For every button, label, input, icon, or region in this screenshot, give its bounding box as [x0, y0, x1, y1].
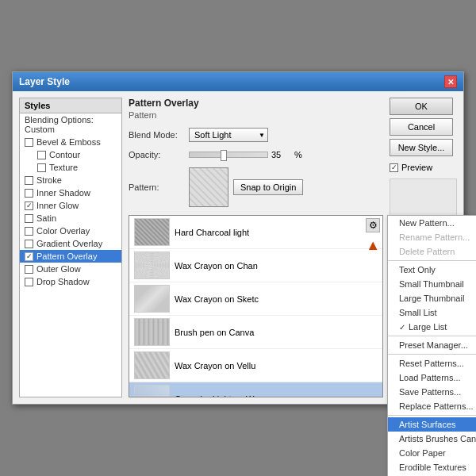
styles-list: Blending Options: Custom Bevel & Emboss … [20, 113, 121, 397]
menu-item-color-paper[interactable]: Color Paper [388, 446, 476, 460]
new-style-button[interactable]: New Style... [390, 139, 453, 156]
menu-item-large-thumbnail[interactable]: Large Thumbnail [388, 291, 476, 305]
preview-label: Preview [401, 163, 432, 172]
style-contour[interactable]: Contour [20, 148, 121, 161]
satin-checkbox[interactable] [25, 214, 33, 223]
inner-glow-checkbox[interactable]: ✓ [25, 202, 33, 210]
stroke-label: Stroke [36, 175, 62, 185]
menu-item-rename-pattern: Rename Pattern... [388, 230, 476, 244]
menu-item-erodible[interactable]: Erodible Textures [388, 460, 476, 474]
scroll-up-arrow[interactable]: ▲ [366, 237, 380, 254]
contour-checkbox[interactable] [37, 151, 46, 159]
satin-label: Satin [36, 213, 56, 223]
gear-icon[interactable]: ⚙ [366, 218, 380, 232]
style-bevel[interactable]: Bevel & Emboss [20, 136, 121, 148]
menu-item-small-list[interactable]: Small List [388, 305, 476, 320]
color-overlay-checkbox[interactable] [25, 227, 33, 236]
texture-checkbox[interactable] [37, 163, 46, 172]
chevron-down-icon: ▼ [259, 132, 265, 139]
style-outer-glow[interactable]: Outer Glow [20, 263, 121, 275]
menu-item-load-patterns[interactable]: Load Patterns... [388, 370, 476, 385]
outer-glow-checkbox[interactable] [25, 265, 33, 274]
blend-mode-dropdown[interactable]: Soft Light ▼ [189, 128, 268, 142]
dialog-body: Styles Blending Options: Custom Bevel & … [13, 91, 463, 404]
opacity-slider[interactable] [189, 152, 268, 158]
blend-mode-row: Blend Mode: Soft Light ▼ [129, 128, 383, 142]
style-color-overlay[interactable]: Color Overlay [20, 225, 121, 237]
percent-label: % [294, 150, 302, 159]
stroke-checkbox[interactable] [25, 176, 33, 185]
pattern-name-wax3: Wax Crayon on Vellu [175, 361, 255, 370]
style-stroke[interactable]: Stroke [20, 174, 121, 186]
menu-item-preset-manager[interactable]: Preset Manager... [388, 338, 476, 352]
pattern-thumb-wax2 [134, 285, 170, 313]
menu-item-artist-surfaces[interactable]: Artist Surfaces [388, 417, 476, 432]
style-pattern-overlay[interactable]: ✓ Pattern Overlay [20, 250, 121, 263]
list-item[interactable]: Wax Crayon on Sketc [129, 282, 382, 316]
style-blending[interactable]: Blending Options: Custom [20, 113, 121, 136]
menu-item-small-thumbnail[interactable]: Small Thumbnail [388, 277, 476, 291]
inner-shadow-label: Inner Shadow [36, 188, 90, 198]
pattern-thumb-gouache [134, 385, 170, 397]
pattern-list-wrapper: Hard Charcoal light Wax Crayon on Chan W… [129, 215, 383, 397]
pattern-name-gouache: Gouache Light on W [175, 394, 254, 398]
inner-shadow-checkbox[interactable] [25, 189, 33, 198]
preview-checkbox[interactable]: ✓ [390, 163, 398, 172]
close-button[interactable]: ✕ [444, 75, 457, 88]
styles-panel: Styles Blending Options: Custom Bevel & … [19, 98, 122, 397]
context-menu: New Pattern... Rename Pattern... Delete … [387, 215, 476, 476]
list-item[interactable]: Wax Crayon on Vellu [129, 349, 382, 382]
opacity-slider-container: 35 % [189, 150, 302, 159]
outer-glow-label: Outer Glow [36, 264, 81, 274]
style-satin[interactable]: Satin [20, 212, 121, 225]
dialog-title: Layer Style [19, 76, 70, 87]
list-item-selected[interactable]: Gouache Light on W [129, 382, 382, 397]
title-bar: Layer Style ✕ [13, 72, 463, 91]
center-panel: Pattern Overlay Pattern Blend Mode: Soft… [129, 98, 383, 397]
pattern-list[interactable]: Hard Charcoal light Wax Crayon on Chan W… [129, 215, 383, 397]
contour-label: Contour [49, 150, 80, 159]
style-drop-shadow[interactable]: Drop Shadow [20, 275, 121, 288]
ok-button[interactable]: OK [390, 98, 453, 115]
pattern-thumb-wax1 [134, 251, 170, 279]
menu-item-save-patterns[interactable]: Save Patterns... [388, 385, 476, 399]
menu-item-artists-brushes[interactable]: Artists Brushes Canvas [388, 432, 476, 446]
menu-item-large-list[interactable]: ✓Large List [388, 320, 476, 334]
pattern-thumb-charcoal [134, 218, 170, 246]
blend-mode-label: Blend Mode: [129, 130, 184, 140]
bevel-label: Bevel & Emboss [36, 137, 101, 147]
list-item[interactable]: Brush pen on Canva [129, 316, 382, 349]
pattern-area: Pattern: Snap to Origin [129, 167, 383, 207]
menu-item-reset-patterns[interactable]: Reset Patterns... [388, 356, 476, 370]
preview-row[interactable]: ✓ Preview [390, 163, 457, 172]
menu-item-text-only[interactable]: Text Only [388, 263, 476, 277]
opacity-row: Opacity: 35 % [129, 150, 383, 159]
divider [388, 336, 476, 336]
snap-to-origin-button[interactable]: Snap to Origin [233, 179, 303, 195]
pattern-thumb-brush [134, 318, 170, 346]
color-overlay-label: Color Overlay [36, 226, 90, 236]
style-inner-shadow[interactable]: Inner Shadow [20, 186, 121, 199]
style-texture[interactable]: Texture [20, 161, 121, 174]
blending-label: Blending Options: Custom [25, 115, 117, 134]
divider [388, 354, 476, 355]
menu-item-replace-patterns[interactable]: Replace Patterns... [388, 399, 476, 413]
list-item[interactable]: Hard Charcoal light [129, 216, 382, 249]
menu-item-delete-pattern: Delete Pattern [388, 244, 476, 259]
divider [388, 260, 476, 261]
pattern-overlay-checkbox[interactable]: ✓ [25, 252, 33, 261]
divider [388, 415, 476, 416]
pattern-preview[interactable] [189, 167, 228, 207]
section-title: Pattern Overlay [129, 98, 383, 109]
cancel-button[interactable]: Cancel [390, 118, 453, 136]
layer-style-dialog: Layer Style ✕ Styles Blending Options: C… [12, 71, 464, 405]
menu-item-new-pattern[interactable]: New Pattern... [388, 216, 476, 230]
drop-shadow-checkbox[interactable] [25, 278, 33, 286]
list-item[interactable]: Wax Crayon on Chan [129, 249, 382, 282]
gradient-overlay-checkbox[interactable] [25, 240, 33, 248]
slider-thumb[interactable] [221, 150, 227, 161]
bevel-checkbox[interactable] [25, 138, 33, 147]
pattern-name-brush: Brush pen on Canva [175, 328, 254, 337]
style-inner-glow[interactable]: ✓ Inner Glow [20, 199, 121, 212]
style-gradient-overlay[interactable]: Gradient Overlay [20, 237, 121, 250]
